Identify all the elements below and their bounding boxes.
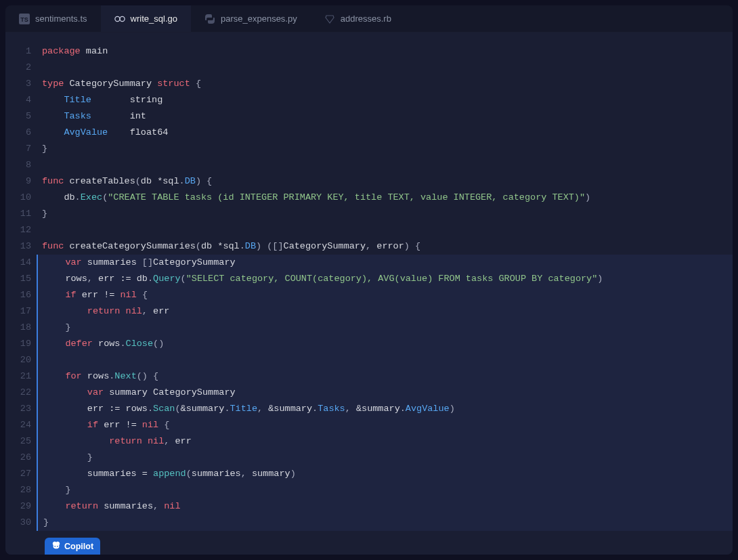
code-area[interactable]: 1234567891011121314151617181920212223242…	[5, 33, 733, 555]
python-icon	[204, 14, 215, 24]
line-number: 9	[5, 173, 31, 190]
svg-point-2	[114, 16, 119, 21]
copilot-suggestion-block[interactable]: var summaries []CategorySummary rows, er…	[38, 255, 733, 531]
copilot-badge[interactable]: Copilot	[45, 538, 100, 555]
go-icon	[114, 14, 125, 24]
line-number: 1	[5, 43, 31, 60]
code-line[interactable]	[38, 157, 733, 173]
line-number: 13	[5, 238, 31, 255]
gutter: 1234567891011121314151617181920212223242…	[5, 43, 38, 555]
copilot-label: Copilot	[64, 542, 93, 551]
line-number: 14	[5, 255, 31, 271]
tab-label: addresses.rb	[341, 14, 391, 24]
code-line[interactable]: }	[38, 141, 733, 157]
tab-label: parse_expenses.py	[221, 14, 297, 24]
code-line[interactable]: db.Exec("CREATE TABLE tasks (id INTEGER …	[38, 190, 733, 206]
line-number: 25	[5, 433, 31, 450]
ts-icon: TS	[19, 14, 30, 24]
tab-bar: TS sentiments.ts write_sql.go parse_expe…	[5, 5, 733, 33]
code-line[interactable]	[38, 60, 733, 76]
code-line[interactable]: }	[37, 515, 733, 531]
code-line[interactable]: AvgValue float64	[38, 125, 733, 141]
code-line[interactable]: if err != nil {	[37, 417, 733, 433]
line-number: 11	[5, 206, 31, 222]
code-line[interactable]: }	[37, 482, 733, 498]
code-line[interactable]: var summaries []CategorySummary	[37, 255, 733, 271]
code-line[interactable]: return nil, err	[37, 303, 733, 320]
line-number: 15	[5, 271, 31, 287]
code-line[interactable]: }	[38, 206, 733, 222]
line-number: 5	[5, 108, 31, 125]
line-number: 2	[5, 60, 31, 76]
code-line[interactable]: return summaries, nil	[37, 498, 733, 515]
code-line[interactable]: func createTables(db *sql.DB) {	[38, 173, 733, 190]
line-number: 21	[5, 368, 31, 385]
line-number: 29	[5, 498, 31, 515]
line-number: 6	[5, 125, 31, 141]
copilot-icon	[51, 540, 61, 552]
code-line[interactable]: Tasks int	[38, 108, 733, 125]
line-number: 20	[5, 352, 31, 368]
tab-label: write_sql.go	[131, 14, 177, 24]
tab-addresses[interactable]: addresses.rb	[311, 5, 405, 32]
svg-text:TS: TS	[20, 16, 28, 23]
code-content[interactable]: package main type CategorySummary struct…	[38, 43, 733, 555]
code-line[interactable]: func createCategorySummaries(db *sql.DB)…	[38, 238, 733, 255]
svg-point-3	[120, 16, 125, 21]
tab-parse-expenses[interactable]: parse_expenses.py	[191, 5, 311, 32]
code-line[interactable]: rows, err := db.Query("SELECT category, …	[37, 271, 733, 287]
line-number: 24	[5, 417, 31, 433]
code-line[interactable]: }	[37, 320, 733, 336]
line-number: 26	[5, 450, 31, 466]
line-number: 30	[5, 515, 31, 531]
line-number: 28	[5, 482, 31, 498]
code-line[interactable]: var summary CategorySummary	[37, 385, 733, 401]
tab-sentiments[interactable]: TS sentiments.ts	[5, 5, 101, 32]
code-line[interactable]	[37, 352, 733, 368]
line-number: 18	[5, 320, 31, 336]
code-line[interactable]: err := rows.Scan(&summary.Title, &summar…	[37, 401, 733, 417]
code-line[interactable]: return nil, err	[37, 433, 733, 450]
line-number: 4	[5, 92, 31, 108]
ruby-icon	[324, 14, 335, 24]
tab-write-sql[interactable]: write_sql.go	[101, 5, 191, 32]
line-number: 8	[5, 157, 31, 173]
code-line[interactable]: for rows.Next() {	[37, 368, 733, 385]
code-line[interactable]: Title string	[38, 92, 733, 108]
code-line[interactable]: defer rows.Close()	[37, 336, 733, 352]
code-line[interactable]	[38, 222, 733, 238]
line-number: 17	[5, 303, 31, 320]
line-number: 3	[5, 76, 31, 92]
line-number: 23	[5, 401, 31, 417]
line-number: 27	[5, 466, 31, 482]
line-number: 22	[5, 385, 31, 401]
code-line[interactable]: type CategorySummary struct {	[38, 76, 733, 92]
line-number: 16	[5, 287, 31, 303]
code-line[interactable]: package main	[38, 43, 733, 60]
code-line[interactable]: if err != nil {	[37, 287, 733, 303]
code-line[interactable]: summaries = append(summaries, summary)	[37, 466, 733, 482]
line-number: 10	[5, 190, 31, 206]
code-line[interactable]: }	[37, 450, 733, 466]
line-number: 7	[5, 141, 31, 157]
line-number: 12	[5, 222, 31, 238]
editor-window: TS sentiments.ts write_sql.go parse_expe…	[5, 5, 733, 555]
tab-label: sentiments.ts	[35, 14, 87, 24]
line-number: 19	[5, 336, 31, 352]
